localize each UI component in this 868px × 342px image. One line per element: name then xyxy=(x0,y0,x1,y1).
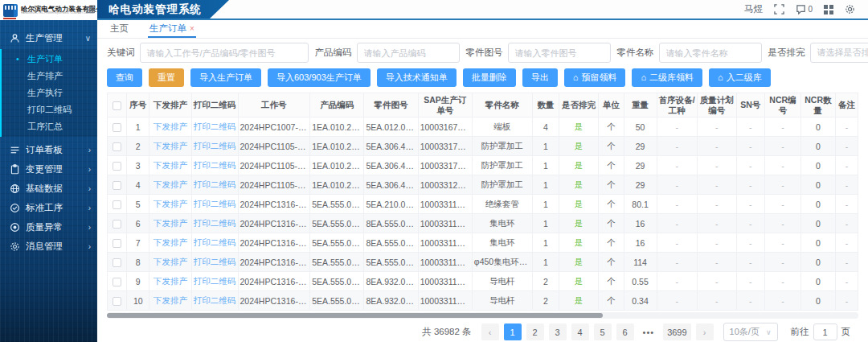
filter-零件名称: 零件名称 xyxy=(617,43,762,63)
board-icon xyxy=(10,145,20,155)
page-button-6[interactable]: 6 xyxy=(616,323,634,340)
导入603/903生产订单-button[interactable]: 导入603/903生产订单 xyxy=(268,68,371,87)
print-qr-link[interactable]: 打印二维码 xyxy=(191,137,238,156)
sidebar-group-质量异常[interactable]: 质量异常› xyxy=(0,217,97,237)
print-qr-link[interactable]: 打印二维码 xyxy=(191,117,238,137)
sidebar-group-生产管理[interactable]: 生产管理∨ xyxy=(0,28,97,47)
prev-page-button[interactable]: ‹ xyxy=(481,323,499,340)
page-ellipsis[interactable]: ••• xyxy=(639,323,659,340)
horizontal-scrollbar[interactable] xyxy=(107,312,858,319)
sidebar-group-标准工序[interactable]: 标准工序› xyxy=(0,198,97,217)
page-button-3[interactable]: 3 xyxy=(549,323,567,340)
查询-button[interactable]: 查询 xyxy=(107,68,142,87)
page-button-1[interactable]: 1 xyxy=(504,323,522,340)
cell: 0 xyxy=(800,291,835,311)
cell: 0 xyxy=(800,156,835,175)
sidebar-group-基础数据[interactable]: 基础数据› xyxy=(0,179,97,198)
cell: 16 xyxy=(624,214,657,233)
page-button-5[interactable]: 5 xyxy=(594,323,612,340)
fullscreen-icon[interactable] xyxy=(774,4,784,14)
cell: 个 xyxy=(598,117,624,137)
dispatch-link[interactable]: 下发排产 xyxy=(149,291,191,311)
row-checkbox[interactable] xyxy=(113,220,121,229)
预留领料-button[interactable]: ⌂预留领料 xyxy=(564,68,626,87)
sidebar-group-label: 变更管理 xyxy=(26,163,83,175)
dispatch-link[interactable]: 下发排产 xyxy=(149,175,191,195)
tab-close-icon[interactable]: × xyxy=(190,25,194,33)
row-checkbox[interactable] xyxy=(113,258,121,267)
cell: 0.34 xyxy=(624,291,657,311)
table-row: 1下发排产打印二维码2024HPC1007-847-11EA.010.21175… xyxy=(108,117,858,137)
orders-table: 序号下发排产打印二维码工作号产品编码零件图号SAP生产订单号零件名称数量是否排完… xyxy=(107,93,858,311)
print-qr-link[interactable]: 打印二维码 xyxy=(191,233,238,253)
row-checkbox[interactable] xyxy=(113,297,121,306)
入二级库-button[interactable]: ⌂入二级库 xyxy=(709,68,771,87)
dispatch-link[interactable]: 下发排产 xyxy=(149,272,191,291)
user-name[interactable]: 马煜 xyxy=(743,2,763,16)
row-checkbox[interactable] xyxy=(113,162,121,171)
table-row: 10下发排产打印二维码2024HPC1316-1833-25EA.555.031… xyxy=(108,291,858,311)
filter-input-关键词[interactable] xyxy=(140,43,309,63)
filter-input-零件名称[interactable] xyxy=(659,43,762,63)
sidebar-group-消息管理[interactable]: 消息管理› xyxy=(0,237,97,256)
cell: 个 xyxy=(598,156,624,175)
sidebar-item-生产订单[interactable]: 生产订单 xyxy=(2,51,97,68)
sidebar-group-订单看板[interactable]: 订单看板› xyxy=(0,140,97,159)
print-qr-link[interactable]: 打印二维码 xyxy=(191,175,238,195)
sidebar-item-工序汇总[interactable]: 工序汇总 xyxy=(2,118,97,135)
sidebar-item-生产执行[interactable]: 生产执行 xyxy=(2,84,97,101)
二级库领料-button[interactable]: ⌂二级库领料 xyxy=(632,68,702,87)
sidebar-item-生产排产[interactable]: 生产排产 xyxy=(2,68,97,84)
filter-零件图号: 零件图号 xyxy=(466,43,611,63)
dispatch-link[interactable]: 下发排产 xyxy=(149,117,191,137)
next-page-button[interactable]: › xyxy=(696,323,714,340)
print-qr-link[interactable]: 打印二维码 xyxy=(191,253,238,272)
导入技术通知单-button[interactable]: 导入技术通知单 xyxy=(377,68,457,87)
row-checkbox[interactable] xyxy=(113,239,121,248)
批量删除-button[interactable]: 批量删除 xyxy=(463,68,516,87)
filter-input-零件图号[interactable] xyxy=(508,43,611,63)
导入生产订单-button[interactable]: 导入生产订单 xyxy=(190,68,261,87)
row-checkbox[interactable] xyxy=(113,200,121,209)
print-qr-link[interactable]: 打印二维码 xyxy=(191,156,238,175)
sidebar-group-变更管理[interactable]: 变更管理› xyxy=(0,159,97,179)
scheduled-flag: 是 xyxy=(559,117,599,137)
tab-生产订单[interactable]: 生产订单× xyxy=(148,23,196,38)
row-checkbox[interactable] xyxy=(113,123,121,132)
scrollbar-thumb[interactable] xyxy=(107,313,603,318)
row-checkbox[interactable] xyxy=(113,181,121,190)
dispatch-link[interactable]: 下发排产 xyxy=(149,253,191,272)
settings-gear-icon[interactable] xyxy=(845,4,855,14)
dispatch-link[interactable]: 下发排产 xyxy=(149,156,191,175)
print-qr-link[interactable]: 打印二维码 xyxy=(191,272,238,291)
cell: 10003317840 xyxy=(418,137,472,156)
page-size-select[interactable]: 10条/页∨ xyxy=(723,323,778,341)
message-bell-icon[interactable]: 0 xyxy=(796,4,813,14)
page-button-2[interactable]: 2 xyxy=(526,323,544,340)
sidebar-group-label: 质量异常 xyxy=(26,221,83,233)
cell: - xyxy=(736,156,764,175)
print-qr-link[interactable]: 打印二维码 xyxy=(191,195,238,214)
cell: 2024HPC1316-1833-2 xyxy=(238,291,310,311)
page-button-4[interactable]: 4 xyxy=(571,323,589,340)
filter-select-是否排完[interactable]: 请选择是否排完∨ xyxy=(810,43,868,63)
table-row: 4下发排产打印二维码2024HPC1105-1147-11EA.010.2091… xyxy=(108,175,858,195)
print-qr-link[interactable]: 打印二维码 xyxy=(191,291,238,311)
row-checkbox[interactable] xyxy=(113,278,121,286)
select-all-checkbox[interactable] xyxy=(113,101,121,110)
goto-page-input[interactable] xyxy=(813,323,837,340)
page-button-3699[interactable]: 3699 xyxy=(663,323,690,340)
row-checkbox[interactable] xyxy=(113,142,121,151)
dispatch-link[interactable]: 下发排产 xyxy=(149,233,191,253)
filter-input-产品编码[interactable] xyxy=(357,43,460,63)
dispatch-link[interactable]: 下发排产 xyxy=(149,195,191,214)
sidebar-item-打印二维码[interactable]: 打印二维码 xyxy=(2,101,97,118)
重置-button[interactable]: 重置 xyxy=(149,68,184,87)
tab-主页[interactable]: 主页 xyxy=(108,23,130,38)
dispatch-link[interactable]: 下发排产 xyxy=(149,214,191,233)
print-qr-link[interactable]: 打印二维码 xyxy=(191,214,238,233)
dispatch-link[interactable]: 下发排产 xyxy=(149,137,191,156)
cell: 2024HPC1316-1833-2 xyxy=(238,214,310,233)
导出-button[interactable]: 导出 xyxy=(522,68,558,87)
apps-grid-icon[interactable] xyxy=(824,5,833,14)
